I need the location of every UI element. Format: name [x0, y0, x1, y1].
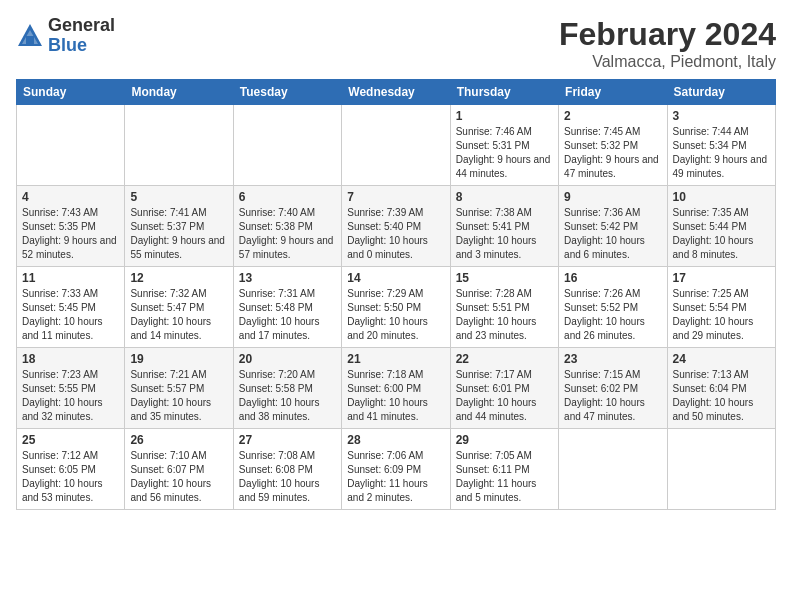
- day-number: 28: [347, 433, 444, 447]
- logo-text: General Blue: [48, 16, 115, 56]
- day-number: 8: [456, 190, 553, 204]
- day-cell: 13Sunrise: 7:31 AM Sunset: 5:48 PM Dayli…: [233, 267, 341, 348]
- day-cell: 3Sunrise: 7:44 AM Sunset: 5:34 PM Daylig…: [667, 105, 775, 186]
- day-info: Sunrise: 7:12 AM Sunset: 6:05 PM Dayligh…: [22, 449, 119, 505]
- day-number: 15: [456, 271, 553, 285]
- day-number: 1: [456, 109, 553, 123]
- page: General Blue February 2024 Valmacca, Pie…: [0, 0, 792, 612]
- logo: General Blue: [16, 16, 115, 56]
- col-tuesday: Tuesday: [233, 80, 341, 105]
- day-info: Sunrise: 7:21 AM Sunset: 5:57 PM Dayligh…: [130, 368, 227, 424]
- day-cell: 2Sunrise: 7:45 AM Sunset: 5:32 PM Daylig…: [559, 105, 667, 186]
- day-cell: 25Sunrise: 7:12 AM Sunset: 6:05 PM Dayli…: [17, 429, 125, 510]
- day-cell: [559, 429, 667, 510]
- day-info: Sunrise: 7:32 AM Sunset: 5:47 PM Dayligh…: [130, 287, 227, 343]
- day-cell: 26Sunrise: 7:10 AM Sunset: 6:07 PM Dayli…: [125, 429, 233, 510]
- day-info: Sunrise: 7:31 AM Sunset: 5:48 PM Dayligh…: [239, 287, 336, 343]
- day-cell: 8Sunrise: 7:38 AM Sunset: 5:41 PM Daylig…: [450, 186, 558, 267]
- day-cell: [667, 429, 775, 510]
- day-number: 12: [130, 271, 227, 285]
- day-number: 3: [673, 109, 770, 123]
- day-cell: 24Sunrise: 7:13 AM Sunset: 6:04 PM Dayli…: [667, 348, 775, 429]
- day-info: Sunrise: 7:29 AM Sunset: 5:50 PM Dayligh…: [347, 287, 444, 343]
- day-number: 16: [564, 271, 661, 285]
- day-cell: 10Sunrise: 7:35 AM Sunset: 5:44 PM Dayli…: [667, 186, 775, 267]
- day-cell: [233, 105, 341, 186]
- day-info: Sunrise: 7:23 AM Sunset: 5:55 PM Dayligh…: [22, 368, 119, 424]
- week-row-1: 1Sunrise: 7:46 AM Sunset: 5:31 PM Daylig…: [17, 105, 776, 186]
- day-cell: 5Sunrise: 7:41 AM Sunset: 5:37 PM Daylig…: [125, 186, 233, 267]
- day-info: Sunrise: 7:45 AM Sunset: 5:32 PM Dayligh…: [564, 125, 661, 181]
- day-cell: 6Sunrise: 7:40 AM Sunset: 5:38 PM Daylig…: [233, 186, 341, 267]
- day-info: Sunrise: 7:15 AM Sunset: 6:02 PM Dayligh…: [564, 368, 661, 424]
- week-row-3: 11Sunrise: 7:33 AM Sunset: 5:45 PM Dayli…: [17, 267, 776, 348]
- day-cell: 20Sunrise: 7:20 AM Sunset: 5:58 PM Dayli…: [233, 348, 341, 429]
- location-title: Valmacca, Piedmont, Italy: [559, 53, 776, 71]
- day-number: 10: [673, 190, 770, 204]
- day-info: Sunrise: 7:44 AM Sunset: 5:34 PM Dayligh…: [673, 125, 770, 181]
- week-row-2: 4Sunrise: 7:43 AM Sunset: 5:35 PM Daylig…: [17, 186, 776, 267]
- logo-general: General: [48, 16, 115, 36]
- day-number: 9: [564, 190, 661, 204]
- day-cell: 19Sunrise: 7:21 AM Sunset: 5:57 PM Dayli…: [125, 348, 233, 429]
- day-cell: 9Sunrise: 7:36 AM Sunset: 5:42 PM Daylig…: [559, 186, 667, 267]
- day-number: 11: [22, 271, 119, 285]
- col-sunday: Sunday: [17, 80, 125, 105]
- day-number: 26: [130, 433, 227, 447]
- day-number: 22: [456, 352, 553, 366]
- col-monday: Monday: [125, 80, 233, 105]
- header-row: Sunday Monday Tuesday Wednesday Thursday…: [17, 80, 776, 105]
- day-cell: 14Sunrise: 7:29 AM Sunset: 5:50 PM Dayli…: [342, 267, 450, 348]
- day-info: Sunrise: 7:26 AM Sunset: 5:52 PM Dayligh…: [564, 287, 661, 343]
- day-info: Sunrise: 7:13 AM Sunset: 6:04 PM Dayligh…: [673, 368, 770, 424]
- day-number: 4: [22, 190, 119, 204]
- day-cell: 18Sunrise: 7:23 AM Sunset: 5:55 PM Dayli…: [17, 348, 125, 429]
- day-cell: 11Sunrise: 7:33 AM Sunset: 5:45 PM Dayli…: [17, 267, 125, 348]
- calendar-table: Sunday Monday Tuesday Wednesday Thursday…: [16, 79, 776, 510]
- day-cell: [125, 105, 233, 186]
- day-cell: 23Sunrise: 7:15 AM Sunset: 6:02 PM Dayli…: [559, 348, 667, 429]
- day-info: Sunrise: 7:28 AM Sunset: 5:51 PM Dayligh…: [456, 287, 553, 343]
- day-info: Sunrise: 7:40 AM Sunset: 5:38 PM Dayligh…: [239, 206, 336, 262]
- day-info: Sunrise: 7:06 AM Sunset: 6:09 PM Dayligh…: [347, 449, 444, 505]
- day-number: 29: [456, 433, 553, 447]
- col-thursday: Thursday: [450, 80, 558, 105]
- day-number: 20: [239, 352, 336, 366]
- day-number: 24: [673, 352, 770, 366]
- day-cell: 27Sunrise: 7:08 AM Sunset: 6:08 PM Dayli…: [233, 429, 341, 510]
- month-title: February 2024: [559, 16, 776, 53]
- day-cell: 4Sunrise: 7:43 AM Sunset: 5:35 PM Daylig…: [17, 186, 125, 267]
- day-number: 18: [22, 352, 119, 366]
- col-friday: Friday: [559, 80, 667, 105]
- day-cell: 17Sunrise: 7:25 AM Sunset: 5:54 PM Dayli…: [667, 267, 775, 348]
- day-info: Sunrise: 7:18 AM Sunset: 6:00 PM Dayligh…: [347, 368, 444, 424]
- day-info: Sunrise: 7:43 AM Sunset: 5:35 PM Dayligh…: [22, 206, 119, 262]
- day-info: Sunrise: 7:05 AM Sunset: 6:11 PM Dayligh…: [456, 449, 553, 505]
- logo-blue: Blue: [48, 36, 115, 56]
- day-cell: 16Sunrise: 7:26 AM Sunset: 5:52 PM Dayli…: [559, 267, 667, 348]
- day-info: Sunrise: 7:39 AM Sunset: 5:40 PM Dayligh…: [347, 206, 444, 262]
- week-row-4: 18Sunrise: 7:23 AM Sunset: 5:55 PM Dayli…: [17, 348, 776, 429]
- day-cell: 21Sunrise: 7:18 AM Sunset: 6:00 PM Dayli…: [342, 348, 450, 429]
- day-info: Sunrise: 7:38 AM Sunset: 5:41 PM Dayligh…: [456, 206, 553, 262]
- day-cell: 7Sunrise: 7:39 AM Sunset: 5:40 PM Daylig…: [342, 186, 450, 267]
- day-number: 19: [130, 352, 227, 366]
- title-block: February 2024 Valmacca, Piedmont, Italy: [559, 16, 776, 71]
- col-saturday: Saturday: [667, 80, 775, 105]
- week-row-5: 25Sunrise: 7:12 AM Sunset: 6:05 PM Dayli…: [17, 429, 776, 510]
- day-info: Sunrise: 7:25 AM Sunset: 5:54 PM Dayligh…: [673, 287, 770, 343]
- day-info: Sunrise: 7:33 AM Sunset: 5:45 PM Dayligh…: [22, 287, 119, 343]
- day-info: Sunrise: 7:17 AM Sunset: 6:01 PM Dayligh…: [456, 368, 553, 424]
- day-number: 14: [347, 271, 444, 285]
- day-cell: 22Sunrise: 7:17 AM Sunset: 6:01 PM Dayli…: [450, 348, 558, 429]
- day-info: Sunrise: 7:10 AM Sunset: 6:07 PM Dayligh…: [130, 449, 227, 505]
- col-wednesday: Wednesday: [342, 80, 450, 105]
- day-number: 7: [347, 190, 444, 204]
- day-info: Sunrise: 7:08 AM Sunset: 6:08 PM Dayligh…: [239, 449, 336, 505]
- day-info: Sunrise: 7:35 AM Sunset: 5:44 PM Dayligh…: [673, 206, 770, 262]
- day-number: 2: [564, 109, 661, 123]
- day-cell: [17, 105, 125, 186]
- logo-icon: [16, 22, 44, 50]
- day-number: 23: [564, 352, 661, 366]
- day-info: Sunrise: 7:46 AM Sunset: 5:31 PM Dayligh…: [456, 125, 553, 181]
